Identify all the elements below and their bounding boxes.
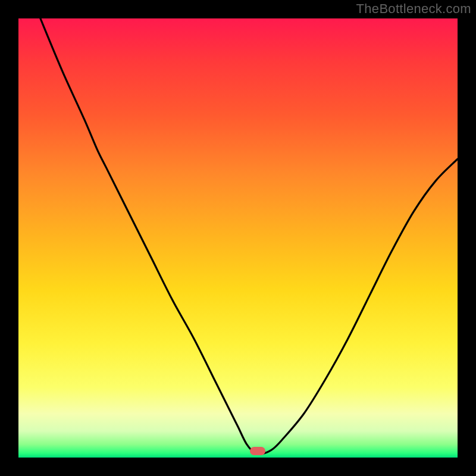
- chart-frame: TheBottleneck.com: [0, 0, 476, 476]
- optimal-point-marker: [250, 447, 265, 455]
- bottleneck-curve: [18, 18, 458, 458]
- curve-path: [40, 18, 458, 454]
- watermark-text: TheBottleneck.com: [356, 1, 471, 17]
- plot-area: [18, 18, 458, 458]
